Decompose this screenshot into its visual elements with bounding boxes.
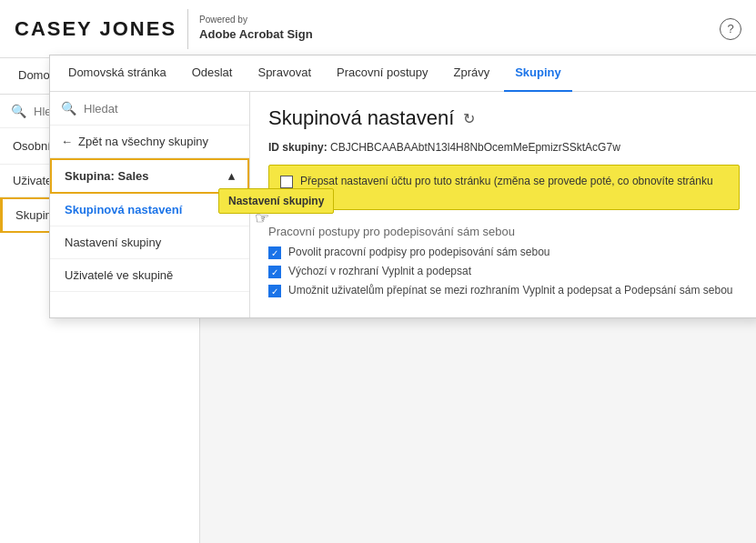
overlay-nav-skupiny[interactable]: Skupiny <box>504 55 572 92</box>
overlay-nav-domovska[interactable]: Domovská stránka <box>57 55 177 92</box>
refresh-icon[interactable]: ↻ <box>463 110 475 127</box>
checkbox-2[interactable]: ✓ <box>268 266 281 278</box>
overlay-sidebar-uzivatele[interactable]: Uživatelé ve skupině <box>50 259 249 292</box>
override-checkbox[interactable] <box>280 176 293 188</box>
checkbox-1[interactable]: ✓ <box>268 246 281 259</box>
chevron-up-icon: ▴ <box>228 169 235 183</box>
overlay-page-title: Skupinová nastavení ↻ <box>268 106 740 130</box>
checkbox-row-3: ✓ Umožnit uživatelům přepínat se mezi ro… <box>268 284 740 297</box>
search-icon: 🔍 <box>61 101 76 116</box>
acrobat-branding: Powered by Adobe Acrobat Sign <box>199 14 313 43</box>
header-help: ? <box>720 18 741 40</box>
overlay-nav-spravovat[interactable]: Spravovat <box>247 55 322 92</box>
overlay-nav-pracovni[interactable]: Pracovní postupy <box>326 55 438 92</box>
checkbox-row-1: ✓ Povolit pracovní podpisy pro podepisov… <box>268 246 740 259</box>
overlay-nav-odeslat[interactable]: Odeslat <box>181 55 244 92</box>
cursor-icon: ☞ <box>255 208 269 228</box>
overlay-back-button[interactable]: ← Zpět na všechny skupiny <box>50 126 249 158</box>
app-logo: CASEY JONES <box>15 17 176 41</box>
overlay-window: Domovská stránka Odeslat Spravovat Praco… <box>49 55 756 318</box>
checkbox-row-2: ✓ Výchozí v rozhraní Vyplnit a podepsat <box>268 265 740 278</box>
group-id-row: ID skupiny: CBJCHBCAABAAbtN13l4H8NbOcemM… <box>268 141 740 154</box>
header-divider <box>187 9 188 49</box>
overlay-layout: 🔍 ← Zpět na všechny skupiny Skupina: Sal… <box>50 92 756 317</box>
app-header: CASEY JONES Powered by Adobe Acrobat Sig… <box>0 0 756 58</box>
overlay-nav-zpravy[interactable]: Zprávy <box>442 55 500 92</box>
tooltip-box: Nastavení skupiny <box>218 188 334 214</box>
overlay-search-input[interactable] <box>84 102 238 116</box>
override-box: Přepsat nastavení účtu pro tuto stránku … <box>268 165 740 210</box>
overlay-navbar: Domovská stránka Odeslat Spravovat Praco… <box>50 55 756 92</box>
overlay-sidebar-nastaveni[interactable]: Nastavení skupiny <box>50 226 249 259</box>
help-icon[interactable]: ? <box>720 18 741 40</box>
workflow-section-label: Pracovní postupy pro podepisování sám se… <box>268 225 740 238</box>
overlay-search-bar[interactable]: 🔍 <box>50 92 249 126</box>
search-icon: 🔍 <box>11 104 26 118</box>
checkbox-3[interactable]: ✓ <box>268 285 281 297</box>
back-arrow-icon: ← <box>61 135 73 148</box>
